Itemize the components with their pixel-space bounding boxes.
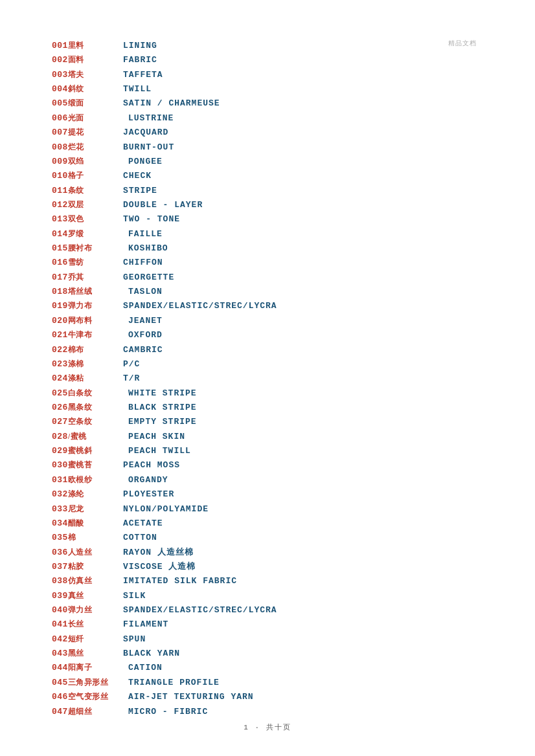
item-code: 003塔夫 bbox=[52, 68, 123, 82]
list-item: 045三角异形丝TRIANGLE PROFILE bbox=[52, 676, 483, 690]
item-code: 020网布料 bbox=[52, 314, 123, 328]
list-item: 013双色TWO - TONE bbox=[52, 212, 483, 227]
list-item: 043黑丝BLACK YARN bbox=[52, 647, 483, 661]
list-item: 028/蜜桃PEACH SKIN bbox=[52, 430, 483, 444]
item-code: 011条纹 bbox=[52, 184, 123, 198]
list-item: 001里料LINING bbox=[52, 39, 483, 53]
item-label: FABRIC bbox=[123, 53, 157, 67]
item-label: P/C bbox=[123, 357, 140, 372]
item-label: PEACH MOSS bbox=[123, 458, 180, 472]
item-code: 029蜜桃斜 bbox=[52, 444, 123, 458]
item-code: 010格子 bbox=[52, 169, 123, 183]
list-item: 011条纹STRIPE bbox=[52, 184, 483, 198]
item-label: TRIANGLE PROFILE bbox=[123, 676, 220, 690]
item-code: 006光面 bbox=[52, 111, 123, 126]
item-code: 036人造丝 bbox=[52, 546, 123, 560]
item-label: KOSHIBO bbox=[123, 241, 168, 256]
item-code: 028/蜜桃 bbox=[52, 430, 123, 444]
watermark: 精品文档 bbox=[448, 39, 477, 48]
item-code: 038仿真丝 bbox=[52, 574, 123, 588]
list-item: 029蜜桃斜PEACH TWILL bbox=[52, 444, 483, 458]
list-item: 015腰衬布KOSHIBO bbox=[52, 241, 483, 256]
item-label: FAILLE bbox=[123, 227, 163, 241]
item-code: 015腰衬布 bbox=[52, 241, 123, 256]
list-item: 036人造丝RAYON 人造丝棉 bbox=[52, 546, 483, 560]
item-label: SILK bbox=[123, 589, 146, 603]
item-label: PEACH SKIN bbox=[123, 430, 185, 444]
item-code: 045三角异形丝 bbox=[52, 676, 123, 690]
item-code: 047超细丝 bbox=[52, 705, 123, 719]
list-item: 040弹力丝SPANDEX/ELASTIC/STREC/LYCRA bbox=[52, 603, 483, 617]
item-code: 044阳离子 bbox=[52, 661, 123, 675]
item-code: 012双层 bbox=[52, 198, 123, 212]
item-code: 025白条纹 bbox=[52, 386, 123, 401]
item-label: STRIPE bbox=[123, 184, 157, 198]
list-item: 006光面LUSTRINE bbox=[52, 111, 483, 126]
item-label: JEANET bbox=[123, 314, 163, 328]
list-item: 004斜纹TWILL bbox=[52, 82, 483, 96]
item-label: WHITE STRIPE bbox=[123, 386, 197, 401]
page-number: 1 · 共十页 bbox=[244, 722, 291, 732]
item-label: TWO - TONE bbox=[123, 212, 180, 227]
list-item: 035棉COTTON bbox=[52, 531, 483, 545]
item-label: PONGEE bbox=[123, 155, 163, 169]
item-code: 035棉 bbox=[52, 531, 123, 545]
item-code: 042短纤 bbox=[52, 632, 123, 647]
item-code: 002面料 bbox=[52, 53, 123, 67]
list-item: 005缎面SATIN / CHARMEUSE bbox=[52, 96, 483, 111]
list-item: 007提花JACQUARD bbox=[52, 126, 483, 140]
item-label: LINING bbox=[123, 39, 157, 53]
item-label: SPUN bbox=[123, 632, 146, 647]
item-code: 040弹力丝 bbox=[52, 603, 123, 617]
item-code: 046空气变形丝 bbox=[52, 690, 123, 704]
list-item: 008烂花BURNT-OUT bbox=[52, 140, 483, 155]
list-item: 039真丝SILK bbox=[52, 589, 483, 603]
item-label: ACETATE bbox=[123, 517, 163, 531]
item-label: EMPTY STRIPE bbox=[123, 415, 197, 429]
page: 精品文档 001里料LINING002面料FABRIC003塔夫TAFFETA0… bbox=[0, 0, 535, 756]
list-item: 017乔其GEORGETTE bbox=[52, 271, 483, 285]
list-item: 032涤纶PLOYESTER bbox=[52, 487, 483, 502]
item-list: 001里料LINING002面料FABRIC003塔夫TAFFETA004斜纹T… bbox=[52, 39, 483, 719]
list-item: 037粘胶VISCOSE 人造棉 bbox=[52, 560, 483, 574]
list-item: 044阳离子CATION bbox=[52, 661, 483, 675]
item-label: GEORGETTE bbox=[123, 271, 174, 285]
item-code: 023涤棉 bbox=[52, 357, 123, 372]
list-item: 020网布料JEANET bbox=[52, 314, 483, 328]
item-code: 007提花 bbox=[52, 126, 123, 140]
item-code: 019弹力布 bbox=[52, 299, 123, 313]
item-label: BURNT-OUT bbox=[123, 140, 174, 155]
item-code: 017乔其 bbox=[52, 271, 123, 285]
item-label: TASLON bbox=[123, 285, 163, 299]
item-code: 026黑条纹 bbox=[52, 401, 123, 415]
item-label: IMITATED SILK FABRIC bbox=[123, 574, 237, 588]
item-label: COTTON bbox=[123, 531, 157, 545]
item-code: 027空条纹 bbox=[52, 415, 123, 429]
list-item: 009双绉PONGEE bbox=[52, 155, 483, 169]
item-code: 034醋酸 bbox=[52, 517, 123, 531]
item-code: 009双绉 bbox=[52, 155, 123, 169]
item-label: TAFFETA bbox=[123, 68, 163, 82]
item-label: PEACH TWILL bbox=[123, 444, 191, 458]
list-item: 018塔丝绒TASLON bbox=[52, 285, 483, 299]
list-item: 014罗缎FAILLE bbox=[52, 227, 483, 241]
item-code: 037粘胶 bbox=[52, 560, 123, 574]
item-code: 014罗缎 bbox=[52, 227, 123, 241]
item-label: BLACK YARN bbox=[123, 647, 180, 661]
item-code: 021牛津布 bbox=[52, 328, 123, 342]
item-label: MICRO - FIBRIC bbox=[123, 705, 208, 719]
item-label: SPANDEX/ELASTIC/STREC/LYCRA bbox=[123, 603, 277, 617]
item-code: 039真丝 bbox=[52, 589, 123, 603]
item-label: VISCOSE 人造棉 bbox=[123, 560, 196, 574]
item-label: CHECK bbox=[123, 169, 152, 183]
item-label: OXFORD bbox=[123, 328, 163, 342]
item-label: DOUBLE - LAYER bbox=[123, 198, 203, 212]
item-label: SATIN / CHARMEUSE bbox=[123, 96, 220, 111]
list-item: 003塔夫TAFFETA bbox=[52, 68, 483, 82]
item-label: AIR-JET TEXTURING YARN bbox=[123, 690, 254, 704]
list-item: 027空条纹EMPTY STRIPE bbox=[52, 415, 483, 429]
item-code: 041长丝 bbox=[52, 617, 123, 632]
list-item: 024涤粘T/R bbox=[52, 372, 483, 386]
item-code: 008烂花 bbox=[52, 140, 123, 155]
item-code: 005缎面 bbox=[52, 96, 123, 111]
